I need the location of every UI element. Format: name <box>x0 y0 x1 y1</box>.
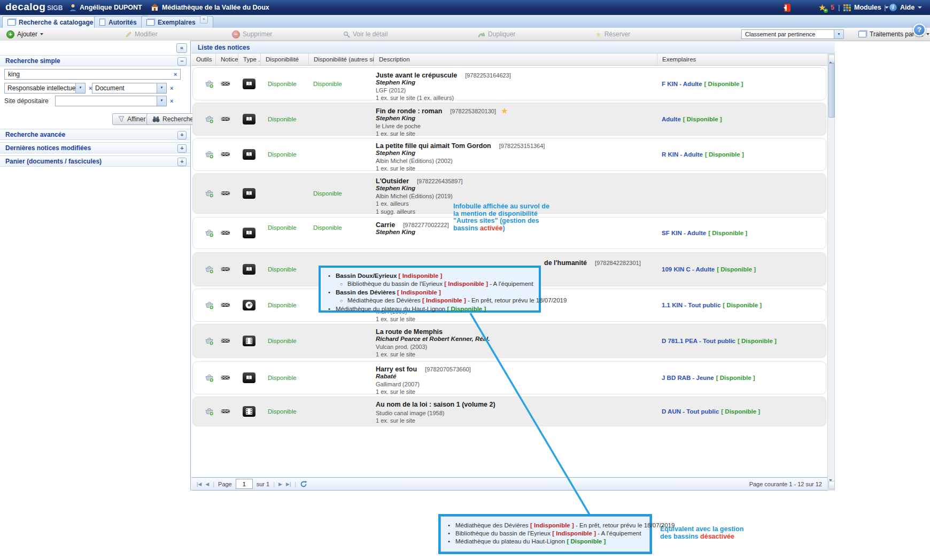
tab-exemplaires[interactable]: Exemplaires <box>141 16 213 28</box>
scroll-down-button[interactable] <box>828 481 835 489</box>
collapse-sidebar-button[interactable] <box>176 43 187 53</box>
table-row[interactable]: DOC Disponible Fin de ronde : roman[9782… <box>192 103 826 136</box>
classement-select[interactable]: Classement par pertinence <box>741 29 844 39</box>
refresh-icon[interactable] <box>300 480 307 488</box>
expand-section-button[interactable] <box>177 144 187 153</box>
column-disponibilite-autres[interactable]: Disponibilité (autres sit... <box>309 53 374 65</box>
supprimer-label: Supprimer <box>243 30 272 38</box>
add-to-basket-icon[interactable] <box>205 80 214 89</box>
reserver-button[interactable]: Réserver <box>592 28 633 41</box>
scroll-up-button[interactable] <box>828 55 835 63</box>
collapse-section-button[interactable] <box>177 57 187 66</box>
doc-icon[interactable]: DOC <box>221 406 230 417</box>
column-outils[interactable]: Outils <box>191 53 216 65</box>
table-row[interactable]: DOC Disponible La route de Memphis Richa… <box>192 324 826 358</box>
search-input[interactable] <box>4 69 181 80</box>
doc-icon[interactable]: DOC <box>221 79 230 89</box>
first-page-button[interactable] <box>197 481 201 487</box>
dispo-autres-status[interactable]: Disponible <box>313 190 342 197</box>
doc-icon[interactable]: DOC <box>221 336 230 346</box>
chevron-down-icon[interactable] <box>157 83 166 93</box>
chevron-down-icon[interactable] <box>157 96 166 106</box>
notice-copies: 1 ex. sur le site <box>376 165 675 172</box>
add-to-basket-icon[interactable] <box>205 407 214 416</box>
close-icon[interactable] <box>200 15 208 24</box>
reserver-label: Réserver <box>604 30 631 38</box>
modifier-button[interactable]: Modifier <box>122 28 161 41</box>
scrollbar-thumb[interactable] <box>828 63 835 118</box>
table-row[interactable]: DOC Disponible Au nom de la loi : saison… <box>192 396 826 426</box>
supprimer-button[interactable]: Supprimer <box>229 28 275 41</box>
site-name: Bassin Doux/Eyrieux <box>336 273 397 279</box>
next-page-button[interactable] <box>278 481 282 487</box>
dupliquer-button[interactable]: Dupliquer <box>475 28 518 41</box>
availability-tooltip-bassins: Bassin Doux/Eyrieux [ Indisponible ] Bib… <box>319 266 541 313</box>
status-badge: [ Indisponible ] <box>552 530 596 536</box>
add-to-basket-icon[interactable] <box>205 337 214 346</box>
add-to-basket-icon[interactable] <box>205 374 214 383</box>
previous-page-button[interactable] <box>205 481 209 487</box>
vertical-scrollbar[interactable] <box>827 53 835 491</box>
add-to-basket-icon[interactable] <box>205 189 214 198</box>
table-row[interactable]: DOC Disponible Disponible Juste avant le… <box>192 67 826 100</box>
table-row[interactable]: DOC Disponible Harry est fou[97820705736… <box>192 361 826 394</box>
doc-icon[interactable]: DOC <box>221 228 230 238</box>
exit-button[interactable] <box>782 0 792 15</box>
decalog-logo: decalog <box>5 1 45 13</box>
expand-section-button[interactable] <box>177 158 187 166</box>
clear-site-depositaire-icon[interactable] <box>170 98 173 104</box>
doc-icon[interactable]: DOC <box>221 114 230 125</box>
doc-icon[interactable]: DOC <box>221 264 230 275</box>
add-to-basket-icon[interactable] <box>205 150 214 159</box>
responsable-select[interactable]: Responsable intellectuel <box>4 83 86 94</box>
favorites-button[interactable]: + <box>819 0 826 15</box>
section-recherche-avancee[interactable]: Recherche avancée <box>0 129 190 140</box>
favorite-star-icon[interactable] <box>501 107 508 115</box>
section-recherche-simple[interactable]: Recherche simple <box>0 55 190 66</box>
doc-icon[interactable]: DOC <box>221 300 230 310</box>
tab-label: Recherche & catalogage <box>19 19 93 26</box>
clear-search-icon[interactable] <box>174 72 177 77</box>
expand-section-button[interactable] <box>177 131 187 139</box>
column-disponibilite[interactable]: Disponibilité <box>261 53 309 65</box>
site-name: Médiathèque du plateau du Haut-Lignon <box>336 306 445 312</box>
affiner-button[interactable]: Affiner <box>112 113 151 125</box>
column-exemplaires[interactable]: Exemplaires <box>657 53 827 65</box>
site-depositaire-select[interactable] <box>55 96 167 106</box>
section-panier[interactable]: Panier (documents / fascicules) <box>0 155 190 167</box>
page-number-input[interactable] <box>236 479 253 489</box>
doc-icon[interactable]: DOC <box>221 149 230 160</box>
doc-icon[interactable]: DOC <box>221 188 230 199</box>
notice-description: Fin de ronde : roman[9782253820130] Step… <box>376 107 675 137</box>
add-to-basket-icon[interactable] <box>205 115 214 124</box>
add-to-basket-icon[interactable] <box>205 265 214 274</box>
section-dernieres-notices[interactable]: Dernières notices modifiées <box>0 142 190 153</box>
user-icon <box>69 4 76 12</box>
help-question-icon[interactable] <box>913 24 926 36</box>
minus-icon <box>232 30 240 38</box>
chevron-down-icon[interactable] <box>834 30 843 38</box>
add-to-basket-icon[interactable] <box>205 301 214 310</box>
user-name: Angélique DUPONT <box>80 4 142 11</box>
notice-isbn: [9782277002222] <box>403 222 449 228</box>
modules-menu[interactable]: Modules <box>843 0 889 15</box>
column-notice[interactable]: Notice <box>216 53 238 65</box>
chevron-down-icon[interactable] <box>75 83 85 93</box>
column-type[interactable]: Type ... <box>238 53 261 65</box>
clear-document-type-icon[interactable] <box>170 85 173 91</box>
aide-menu[interactable]: Aide <box>889 0 922 15</box>
current-user[interactable]: Angélique DUPONT <box>69 0 142 15</box>
bullet-icon <box>448 522 455 530</box>
current-site[interactable]: Médiathèque de la Vallée du Doux <box>151 0 269 15</box>
column-description[interactable]: Description <box>374 53 657 65</box>
doc-icon[interactable]: DOC <box>221 372 230 383</box>
add-to-basket-icon[interactable] <box>205 229 214 238</box>
voir-detail-button[interactable]: Voir le détail <box>340 28 391 41</box>
chevron-down-icon <box>926 33 929 35</box>
table-row[interactable]: DOC Disponible La petite fille qui aimai… <box>192 138 826 171</box>
ajouter-button[interactable]: Ajouter <box>3 28 46 41</box>
dispo-autres-status[interactable]: Disponible <box>313 224 342 231</box>
document-type-select[interactable]: Document <box>92 83 167 94</box>
last-page-button[interactable] <box>286 481 291 487</box>
dispo-autres-status[interactable]: Disponible <box>313 81 342 87</box>
